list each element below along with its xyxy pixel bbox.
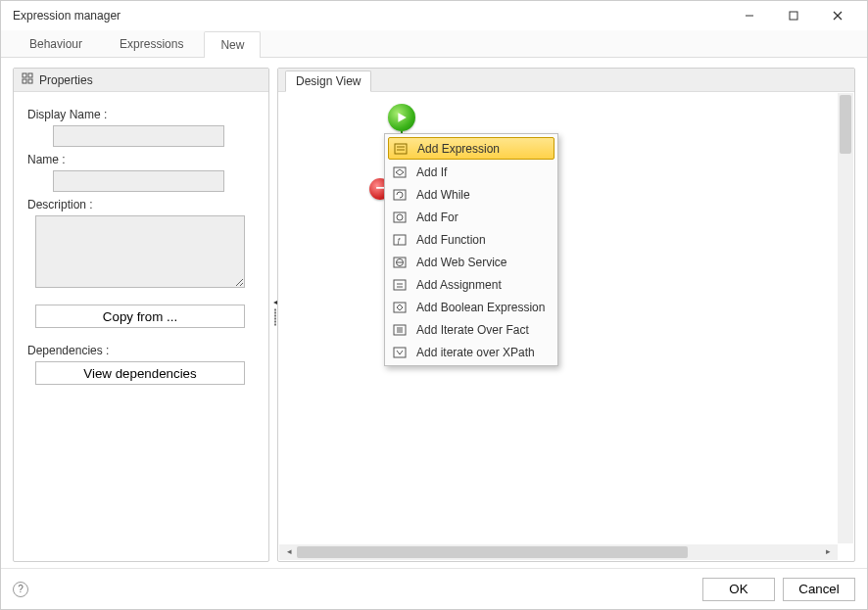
dialog-footer: ? OK Cancel [1,568,867,609]
menu-add-while[interactable]: Add While [385,183,557,206]
display-name-label: Display Name : [27,108,257,121]
expression-icon [392,141,410,157]
ok-button[interactable]: OK [702,578,775,601]
menu-item-label: Add Assignment [416,278,502,292]
menu-item-label: Add If [416,165,447,179]
menu-item-label: Add Expression [417,142,500,156]
properties-header-label: Properties [39,73,93,87]
name-label: Name : [27,153,257,166]
menu-add-function[interactable]: ƒ Add Function [385,228,557,251]
svg-rect-9 [395,144,407,154]
svg-rect-7 [28,79,32,83]
svg-rect-22 [394,280,406,290]
scrollbar-thumb[interactable] [840,95,851,154]
close-button[interactable] [815,2,859,29]
svg-rect-1 [790,12,797,20]
svg-text:ƒ: ƒ [397,236,401,245]
svg-marker-8 [398,113,406,122]
svg-rect-4 [23,73,26,77]
name-input[interactable] [53,170,224,192]
menu-add-if[interactable]: Add If [385,161,557,183]
scrollbar-thumb[interactable] [297,546,688,558]
display-name-input[interactable] [53,125,224,147]
svg-point-16 [397,214,403,220]
titlebar: Expression manager [1,1,867,30]
expression-manager-window: Expression manager Behaviour Expressions… [0,0,868,610]
menu-add-expression[interactable]: Add Expression [388,137,555,160]
grid-icon [22,72,33,87]
window-title: Expression manager [9,9,727,23]
minimize-button[interactable] [727,2,771,29]
dependencies-label: Dependencies : [27,344,257,357]
design-view-header: Design View [278,69,854,92]
scroll-right-icon[interactable]: ▸ [820,546,836,556]
for-icon [391,210,409,225]
description-label: Description : [27,198,257,211]
window-controls [727,2,859,29]
scroll-left-icon[interactable]: ◂ [281,546,297,556]
minimize-icon [745,11,754,21]
function-icon: ƒ [391,232,409,248]
iterate-fact-icon [391,322,409,338]
boolean-icon [391,300,409,315]
menu-add-for[interactable]: Add For [385,206,557,228]
design-view-tab[interactable]: Design View [285,70,371,92]
play-icon [396,112,408,123]
menu-item-label: Add For [416,211,458,224]
while-icon [391,187,409,203]
design-view-body: − Add Expression Add If [278,92,854,561]
copy-from-button[interactable]: Copy from ... [35,305,245,328]
view-dependencies-button[interactable]: View dependencies [35,361,245,385]
menu-item-label: Add Web Service [416,256,507,269]
webservice-icon [391,255,409,270]
svg-marker-13 [396,169,404,175]
add-node-context-menu: Add Expression Add If Add While [384,133,558,366]
close-icon [833,11,843,21]
menu-add-assignment[interactable]: Add Assignment [385,273,557,296]
horizontal-scrollbar[interactable]: ◂ ▸ [279,544,838,560]
menu-item-label: Add Boolean Expression [416,301,545,314]
start-node[interactable] [388,104,415,131]
if-icon [391,164,409,180]
design-canvas[interactable]: − Add Expression Add If [278,92,838,544]
maximize-button[interactable] [771,2,815,29]
tab-expressions[interactable]: Expressions [103,30,200,57]
cancel-button[interactable]: Cancel [783,578,855,601]
svg-rect-6 [23,79,26,83]
svg-rect-28 [394,348,406,357]
design-view-panel: Design View − Add Expre [277,68,855,562]
menu-item-label: Add iterate over XPath [416,346,535,359]
splitter-handle[interactable]: ◂ [273,296,277,330]
iterate-xpath-icon [391,345,409,360]
menu-item-label: Add While [416,188,470,202]
main-tabs: Behaviour Expressions New [1,30,867,58]
menu-add-boolean[interactable]: Add Boolean Expression [385,296,557,318]
menu-add-iterate-xpath[interactable]: Add iterate over XPath [385,341,557,363]
properties-body: Display Name : Name : Description : Copy… [14,92,268,561]
properties-header: Properties [14,69,268,92]
tab-behaviour[interactable]: Behaviour [13,30,99,57]
chevron-left-icon: ◂ [273,298,277,305]
description-input[interactable] [35,215,245,288]
properties-panel: Properties Display Name : Name : Descrip… [13,68,269,562]
content-area: Properties Display Name : Name : Descrip… [1,58,867,568]
assignment-icon [391,277,409,293]
svg-marker-26 [397,305,403,310]
menu-item-label: Add Iterate Over Fact [416,323,529,337]
svg-rect-5 [28,73,32,77]
tab-new[interactable]: New [204,31,261,58]
help-button[interactable]: ? [13,582,28,597]
menu-add-iterate-fact[interactable]: Add Iterate Over Fact [385,318,557,341]
menu-item-label: Add Function [416,233,486,247]
vertical-scrollbar[interactable] [838,93,853,543]
menu-add-web-service[interactable]: Add Web Service [385,251,557,273]
help-icon: ? [18,584,24,594]
maximize-icon [789,11,798,21]
